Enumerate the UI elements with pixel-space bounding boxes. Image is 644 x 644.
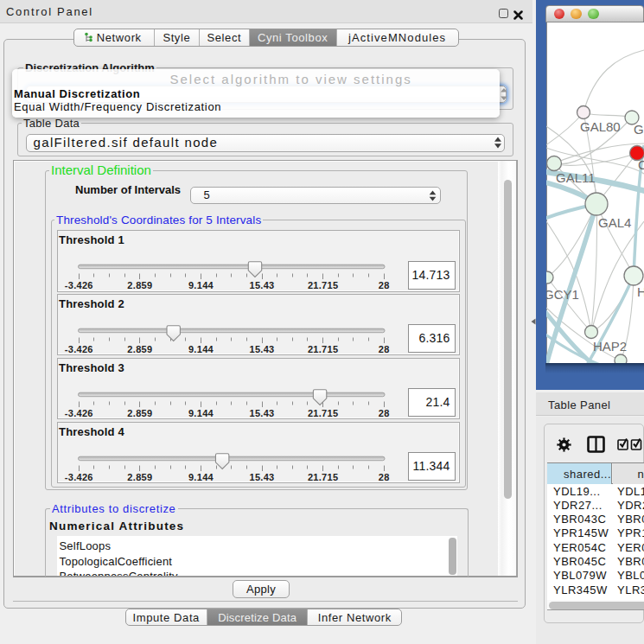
svg-text:HAP2: HAP2 [593, 339, 627, 354]
svg-text:G.: G. [634, 122, 644, 137]
svg-text:GCY1: GCY1 [546, 287, 579, 302]
svg-text:GAL11: GAL11 [556, 170, 596, 185]
svg-text:28: 28 [379, 343, 390, 354]
svg-text:28: 28 [379, 407, 390, 418]
svg-text:2.859: 2.859 [127, 407, 152, 418]
svg-text:GAL80: GAL80 [580, 119, 621, 134]
svg-text:21.715: 21.715 [308, 407, 338, 418]
svg-text:9.144: 9.144 [188, 280, 214, 290]
svg-text:C: C [638, 157, 644, 172]
svg-text:28: 28 [379, 471, 390, 481]
svg-text:2.859: 2.859 [127, 343, 152, 354]
svg-text:-3.426: -3.426 [65, 280, 93, 290]
svg-text:2.859: 2.859 [127, 471, 152, 481]
svg-text:-3.426: -3.426 [65, 407, 93, 418]
svg-text:15.43: 15.43 [250, 343, 275, 354]
svg-text:-3.426: -3.426 [65, 343, 93, 354]
svg-text:9.144: 9.144 [188, 407, 214, 418]
svg-text:21.715: 21.715 [308, 343, 338, 354]
svg-text:GAL4: GAL4 [598, 215, 631, 230]
svg-text:-3.426: -3.426 [65, 471, 93, 481]
svg-text:2.859: 2.859 [127, 280, 152, 290]
svg-text:21.715: 21.715 [308, 471, 338, 481]
svg-text:15.43: 15.43 [250, 280, 275, 290]
svg-text:9.144: 9.144 [188, 343, 214, 354]
svg-text:28: 28 [379, 280, 390, 290]
svg-text:9.144: 9.144 [188, 471, 214, 481]
svg-text:15.43: 15.43 [250, 471, 275, 481]
svg-text:15.43: 15.43 [250, 407, 275, 418]
svg-text:21.715: 21.715 [308, 280, 338, 290]
svg-text:H: H [637, 284, 644, 299]
